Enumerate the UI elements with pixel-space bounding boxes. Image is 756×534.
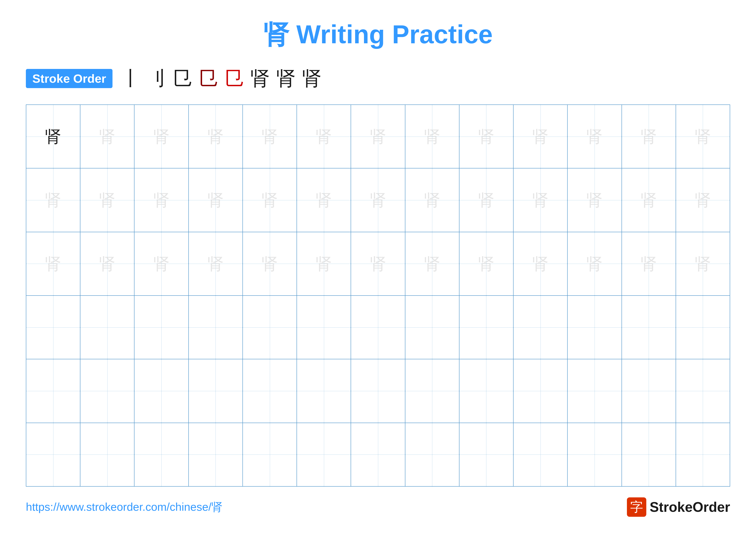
grid-cell[interactable]: 肾 [297, 232, 351, 295]
grid-cell[interactable]: 肾 [459, 105, 514, 168]
grid-cell[interactable] [676, 359, 730, 422]
grid-cell[interactable]: 肾 [189, 105, 243, 168]
grid-cell[interactable] [189, 296, 243, 359]
grid-cell[interactable] [189, 359, 243, 422]
char-light: 肾 [99, 192, 115, 208]
grid-cell[interactable]: 肾 [514, 168, 568, 232]
grid-cell[interactable] [297, 359, 351, 422]
grid-cell[interactable]: 肾 [243, 232, 297, 295]
char-light: 肾 [262, 128, 278, 144]
char-light: 肾 [316, 256, 332, 272]
grid-cell[interactable]: 肾 [26, 105, 80, 168]
grid-cell[interactable] [134, 359, 189, 422]
grid-cell[interactable] [459, 359, 514, 422]
grid-cell[interactable] [622, 359, 676, 422]
grid-cell[interactable] [80, 296, 134, 359]
grid-cell[interactable]: 肾 [351, 105, 405, 168]
grid-cell[interactable] [26, 296, 80, 359]
grid-cell[interactable] [568, 296, 622, 359]
grid-cell[interactable]: 肾 [568, 232, 622, 295]
grid-cell[interactable]: 肾 [568, 168, 622, 232]
grid-cell[interactable]: 肾 [405, 105, 459, 168]
grid-cell[interactable]: 肾 [189, 168, 243, 232]
grid-cell[interactable] [405, 359, 459, 422]
grid-cell[interactable] [568, 359, 622, 422]
char-light: 肾 [370, 256, 386, 272]
char-light: 肾 [262, 192, 278, 208]
grid-cell[interactable]: 肾 [459, 232, 514, 295]
stroke-6: 肾 [251, 65, 270, 91]
grid-cell[interactable] [351, 359, 405, 422]
char-light: 肾 [153, 192, 170, 208]
grid-cell[interactable] [26, 423, 80, 486]
grid-cell[interactable]: 肾 [405, 168, 459, 232]
grid-cell[interactable] [676, 296, 730, 359]
grid-cell[interactable]: 肾 [134, 105, 189, 168]
grid-cell[interactable] [459, 423, 514, 486]
grid-cell[interactable] [514, 296, 568, 359]
grid-cell[interactable] [351, 296, 405, 359]
grid-cell[interactable] [80, 359, 134, 422]
grid-row-3: 肾 肾 肾 肾 肾 肾 肾 肾 肾 [26, 232, 730, 296]
grid-cell[interactable]: 肾 [676, 105, 730, 168]
footer-logo: 字 StrokeOrder [627, 497, 730, 517]
char-light: 肾 [370, 128, 386, 144]
grid-cell[interactable] [514, 423, 568, 486]
grid-cell[interactable]: 肾 [297, 105, 351, 168]
grid-cell[interactable] [189, 423, 243, 486]
footer-url[interactable]: https://www.strokeorder.com/chinese/肾 [26, 499, 223, 515]
stroke-4: 㔾 [199, 65, 218, 91]
grid-row-5 [26, 359, 730, 423]
grid-cell[interactable]: 肾 [26, 232, 80, 295]
grid-cell[interactable] [243, 359, 297, 422]
grid-cell[interactable] [297, 296, 351, 359]
grid-cell[interactable]: 肾 [297, 168, 351, 232]
page-title: 肾 Writing Practice [263, 17, 493, 52]
grid-cell[interactable] [622, 296, 676, 359]
grid-cell[interactable] [351, 423, 405, 486]
grid-cell[interactable] [80, 423, 134, 486]
char-dark: 肾 [45, 128, 61, 144]
grid-cell[interactable]: 肾 [514, 105, 568, 168]
grid-cell[interactable] [243, 296, 297, 359]
grid-cell[interactable]: 肾 [351, 168, 405, 232]
grid-cell[interactable]: 肾 [622, 168, 676, 232]
grid-cell[interactable]: 肾 [80, 232, 134, 295]
grid-cell[interactable] [134, 423, 189, 486]
grid-cell[interactable] [243, 423, 297, 486]
grid-cell[interactable]: 肾 [134, 232, 189, 295]
grid-cell[interactable] [459, 296, 514, 359]
grid-cell[interactable]: 肾 [351, 232, 405, 295]
grid-cell[interactable]: 肾 [459, 168, 514, 232]
grid-cell[interactable] [405, 296, 459, 359]
grid-cell[interactable]: 肾 [26, 168, 80, 232]
stroke-order-row: Stroke Order 丨 刂 㔾 㔾 㔾 肾 肾 肾 [26, 65, 730, 91]
footer-logo-text: StrokeOrder [650, 499, 730, 515]
grid-cell[interactable]: 肾 [80, 105, 134, 168]
grid-cell[interactable]: 肾 [405, 232, 459, 295]
grid-cell[interactable] [514, 359, 568, 422]
char-light: 肾 [586, 256, 603, 272]
grid-cell[interactable]: 肾 [622, 232, 676, 295]
grid-cell[interactable] [676, 423, 730, 486]
grid-cell[interactable]: 肾 [80, 168, 134, 232]
grid-cell[interactable]: 肾 [189, 232, 243, 295]
grid-cell[interactable]: 肾 [568, 105, 622, 168]
grid-cell[interactable]: 肾 [243, 168, 297, 232]
grid-cell[interactable] [297, 423, 351, 486]
char-light: 肾 [207, 192, 224, 208]
grid-cell[interactable] [26, 359, 80, 422]
char-light: 肾 [478, 128, 494, 144]
grid-cell[interactable]: 肾 [676, 168, 730, 232]
grid-cell[interactable]: 肾 [514, 232, 568, 295]
grid-cell[interactable]: 肾 [134, 168, 189, 232]
grid-cell[interactable] [568, 423, 622, 486]
char-light: 肾 [478, 256, 494, 272]
grid-cell[interactable]: 肾 [622, 105, 676, 168]
grid-cell[interactable] [134, 296, 189, 359]
grid-cell[interactable] [622, 423, 676, 486]
grid-cell[interactable]: 肾 [676, 232, 730, 295]
grid-cell[interactable]: 肾 [243, 105, 297, 168]
grid-row-6 [26, 423, 730, 486]
grid-cell[interactable] [405, 423, 459, 486]
